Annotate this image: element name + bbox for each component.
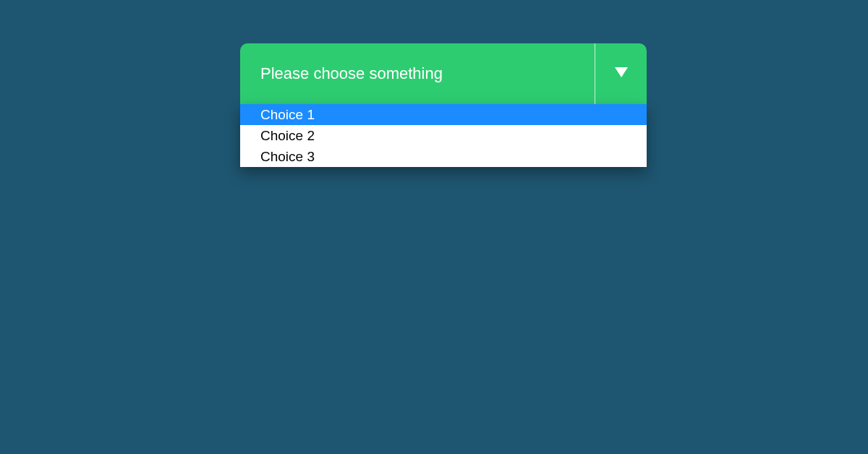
dropdown-option[interactable]: Choice 3 — [240, 146, 647, 167]
dropdown-placeholder: Please choose something — [240, 43, 595, 104]
dropdown-option[interactable]: Choice 1 — [240, 104, 647, 125]
dropdown-toggle[interactable] — [595, 43, 647, 104]
dropdown-header[interactable]: Please choose something — [240, 43, 647, 104]
svg-marker-0 — [615, 67, 628, 77]
dropdown: Please choose something Choice 1 Choice … — [240, 43, 647, 167]
dropdown-option[interactable]: Choice 2 — [240, 125, 647, 146]
dropdown-list: Choice 1 Choice 2 Choice 3 — [240, 104, 647, 167]
chevron-down-icon — [615, 67, 628, 80]
